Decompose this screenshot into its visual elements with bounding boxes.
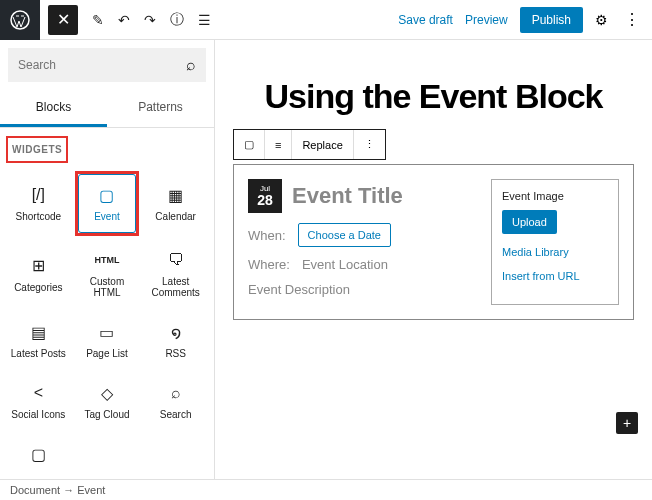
editor-topbar: ✕ ✎ ↶ ↷ ⓘ ☰ Save draft Preview Publish ⚙…: [0, 0, 652, 40]
tab-patterns[interactable]: Patterns: [107, 90, 214, 127]
block-tag-cloud[interactable]: ◇Tag Cloud: [75, 373, 140, 430]
event-title-field[interactable]: Event Title: [292, 183, 403, 209]
html-icon: HTML: [94, 250, 119, 270]
where-label: Where:: [248, 257, 290, 272]
categories-icon: ⊞: [32, 256, 45, 276]
widgets-section-label: WIDGETS: [6, 136, 68, 163]
page-list-icon: ▭: [99, 322, 114, 342]
outline-icon[interactable]: ☰: [198, 12, 211, 28]
redo-icon[interactable]: ↷: [144, 12, 156, 28]
block-calendar[interactable]: ▦Calendar: [143, 171, 208, 236]
block-latest-comments[interactable]: 🗨Latest Comments: [143, 240, 208, 308]
search-input[interactable]: [18, 58, 186, 72]
align-button[interactable]: ≡: [265, 130, 292, 159]
tab-blocks[interactable]: Blocks: [0, 90, 107, 127]
comments-icon: 🗨: [168, 250, 184, 270]
more-options-icon[interactable]: ⋮: [620, 10, 644, 29]
block-inserter-sidebar: ⌕ Blocks Patterns WIDGETS [/]Shortcode ▢…: [0, 40, 215, 480]
add-block-button[interactable]: +: [616, 412, 638, 434]
page-title[interactable]: Using the Event Block: [233, 78, 634, 115]
posts-icon: ▤: [31, 322, 46, 342]
block-search[interactable]: ⌕Search: [143, 373, 208, 430]
choose-date-button[interactable]: Choose a Date: [298, 223, 391, 247]
tag-icon: ◇: [101, 383, 113, 403]
align-icon: ≡: [275, 139, 281, 151]
edit-icon[interactable]: ✎: [92, 12, 104, 28]
widgets-grid: [/]Shortcode ▢Event ▦Calendar ⊞Categorie…: [0, 165, 214, 480]
block-social-icons[interactable]: <Social Icons: [6, 373, 71, 430]
rss-icon: ໑: [171, 322, 181, 342]
block-categories[interactable]: ⊞Categories: [6, 240, 71, 308]
block-type-button[interactable]: ▢: [234, 130, 265, 159]
share-icon: <: [34, 383, 43, 403]
shortcode-icon: [/]: [32, 185, 45, 205]
event-description-field[interactable]: Event Description: [248, 282, 473, 297]
event-block[interactable]: Jul 28 Event Title When: Choose a Date W…: [233, 164, 634, 320]
block-page-list[interactable]: ▭Page List: [75, 312, 140, 369]
event-icon: ▢: [99, 185, 114, 205]
block-latest-posts[interactable]: ▤Latest Posts: [6, 312, 71, 369]
close-inserter-button[interactable]: ✕: [48, 5, 78, 35]
block-shortcode[interactable]: [/]Shortcode: [6, 171, 71, 236]
info-icon[interactable]: ⓘ: [170, 11, 184, 29]
upload-button[interactable]: Upload: [502, 210, 557, 234]
block-more[interactable]: ▢: [6, 434, 71, 480]
wordpress-logo[interactable]: [0, 0, 40, 40]
kebab-icon: ⋮: [364, 138, 375, 151]
block-more-button[interactable]: ⋮: [354, 130, 385, 159]
block-event[interactable]: ▢Event: [78, 174, 137, 233]
insert-from-url-link[interactable]: Insert from URL: [502, 270, 608, 282]
event-image-label: Event Image: [502, 190, 608, 202]
block-custom-html[interactable]: HTMLCustom HTML: [75, 240, 140, 308]
search-icon[interactable]: ⌕: [186, 56, 196, 74]
block-rss[interactable]: ໑RSS: [143, 312, 208, 369]
event-location-field[interactable]: Event Location: [302, 257, 388, 272]
block-type-icon: ▢: [244, 138, 254, 151]
breadcrumb[interactable]: Document → Event: [0, 479, 652, 500]
publish-button[interactable]: Publish: [520, 7, 583, 33]
search-block-icon: ⌕: [171, 383, 181, 403]
save-draft-button[interactable]: Save draft: [398, 13, 453, 27]
preview-button[interactable]: Preview: [465, 13, 508, 27]
media-library-link[interactable]: Media Library: [502, 246, 608, 258]
search-box: ⌕: [8, 48, 206, 82]
undo-icon[interactable]: ↶: [118, 12, 130, 28]
when-label: When:: [248, 228, 286, 243]
calendar-icon: ▦: [168, 185, 183, 205]
block-toolbar: ▢ ≡ Replace ⋮: [233, 129, 386, 160]
event-date-chip: Jul 28: [248, 179, 282, 213]
more-block-icon: ▢: [31, 444, 46, 464]
editor-canvas: Using the Event Block ▢ ≡ Replace ⋮ Jul …: [215, 40, 652, 480]
replace-button[interactable]: Replace: [292, 130, 353, 159]
event-image-panel: Event Image Upload Media Library Insert …: [491, 179, 619, 305]
settings-icon[interactable]: ⚙: [595, 12, 608, 28]
